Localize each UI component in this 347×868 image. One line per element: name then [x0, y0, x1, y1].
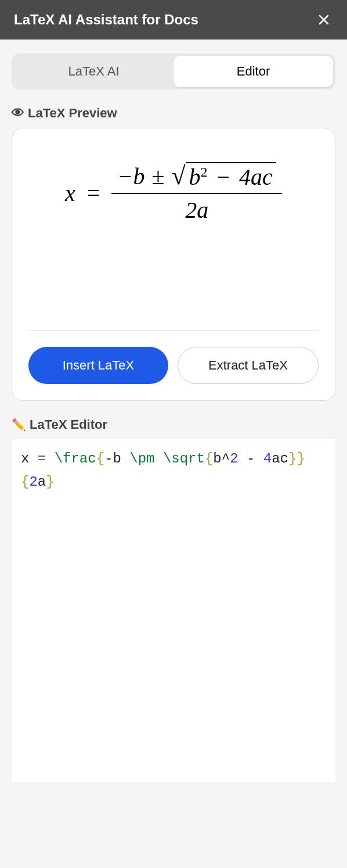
code-token: - — [238, 451, 263, 467]
rendered-formula: x = −b ± √ b2 − 4ac — [65, 162, 282, 224]
formula-preview: x = −b ± √ b2 − 4ac — [28, 145, 319, 331]
code-token: { — [96, 451, 104, 467]
app-title: LaTeX AI Assistant for Docs — [14, 12, 198, 28]
code-token: } — [46, 474, 54, 490]
code-token: 2 — [29, 474, 37, 490]
exponent-2: 2 — [201, 164, 208, 180]
pencil-icon: ✏️ — [12, 418, 26, 432]
preview-section-label: 👁 LaTeX Preview — [12, 106, 335, 121]
numerator: −b ± √ b2 − 4ac — [111, 162, 281, 194]
preview-label-text: LaTeX Preview — [28, 106, 117, 121]
minus-b: −b — [117, 163, 144, 190]
content-area: LaTeX AI Editor 👁 LaTeX Preview x = −b ±… — [0, 40, 347, 796]
code-token: \sqrt — [163, 451, 205, 467]
b-var: b — [189, 164, 201, 190]
code-token: b^ — [213, 451, 230, 467]
code-token: -b — [104, 451, 129, 467]
equals-sign: = — [87, 180, 100, 207]
tab-editor[interactable]: Editor — [173, 56, 333, 87]
close-icon — [317, 13, 331, 27]
code-token: a — [38, 474, 46, 490]
plus-minus: ± — [151, 163, 164, 190]
formula-lhs: x — [65, 180, 75, 207]
close-button[interactable] — [315, 10, 333, 29]
code-token: \pm — [129, 451, 154, 467]
code-token: } — [288, 451, 297, 467]
tab-bar: LaTeX AI Editor — [12, 53, 335, 89]
code-token: } — [297, 451, 305, 467]
preview-actions: Insert LaTeX Extract LaTeX — [28, 347, 319, 384]
denominator: 2a — [185, 194, 208, 224]
eye-icon: 👁 — [12, 106, 24, 121]
latex-editor-input[interactable]: x = \frac{-b \pm \sqrt{b^2 - 4ac}}{2a} — [12, 439, 335, 782]
fraction: −b ± √ b2 − 4ac 2a — [111, 162, 281, 224]
code-token: { — [205, 451, 213, 467]
code-token: ac — [272, 451, 288, 467]
code-token: = — [38, 451, 55, 467]
code-token: 4 — [263, 451, 272, 467]
code-token: 2 — [230, 451, 238, 467]
preview-card: x = −b ± √ b2 − 4ac — [12, 128, 335, 401]
header: LaTeX AI Assistant for Docs — [0, 0, 347, 40]
extract-latex-button[interactable]: Extract LaTeX — [178, 347, 319, 384]
radicand: b2 − 4ac — [186, 162, 276, 191]
code-token — [154, 451, 162, 467]
tab-latex-ai[interactable]: LaTeX AI — [14, 56, 173, 87]
code-token: { — [21, 474, 29, 490]
editor-label-text: LaTeX Editor — [30, 417, 107, 432]
sqrt: √ b2 − 4ac — [171, 162, 276, 191]
minus-op: − — [217, 164, 230, 190]
four-ac: 4ac — [239, 164, 273, 190]
code-token: \frac — [55, 451, 96, 467]
radical-icon: √ — [171, 166, 185, 194]
code-token: x — [21, 451, 38, 467]
insert-latex-button[interactable]: Insert LaTeX — [28, 347, 168, 384]
editor-section-label: ✏️ LaTeX Editor — [12, 417, 335, 432]
